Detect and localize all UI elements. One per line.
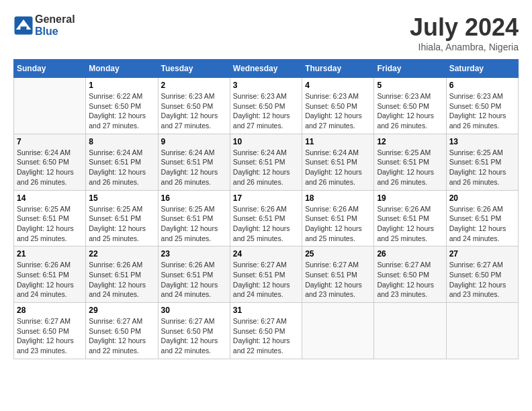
calendar-cell: 15Sunrise: 6:25 AM Sunset: 6:51 PM Dayli… <box>86 190 158 246</box>
calendar-cell: 27Sunrise: 6:27 AM Sunset: 6:50 PM Dayli… <box>446 246 518 303</box>
calendar-cell: 2Sunrise: 6:23 AM Sunset: 6:50 PM Daylig… <box>158 78 230 134</box>
day-number: 10 <box>233 137 299 146</box>
day-number: 8 <box>89 137 154 146</box>
column-header-saturday: Saturday <box>446 60 518 78</box>
day-number: 19 <box>377 193 443 203</box>
calendar-cell <box>374 303 446 359</box>
calendar-cell: 23Sunrise: 6:26 AM Sunset: 6:51 PM Dayli… <box>158 246 230 303</box>
day-info: Sunrise: 6:26 AM Sunset: 6:51 PM Dayligh… <box>161 260 227 300</box>
day-info: Sunrise: 6:27 AM Sunset: 6:50 PM Dayligh… <box>161 316 227 356</box>
day-info: Sunrise: 6:26 AM Sunset: 6:51 PM Dayligh… <box>377 204 443 244</box>
calendar-cell: 28Sunrise: 6:27 AM Sunset: 6:50 PM Dayli… <box>14 303 86 359</box>
day-info: Sunrise: 6:25 AM Sunset: 6:51 PM Dayligh… <box>161 204 227 244</box>
calendar-cell: 29Sunrise: 6:27 AM Sunset: 6:50 PM Dayli… <box>86 303 158 359</box>
day-number: 11 <box>305 137 371 146</box>
day-info: Sunrise: 6:23 AM Sunset: 6:50 PM Dayligh… <box>377 91 443 131</box>
calendar-cell: 7Sunrise: 6:24 AM Sunset: 6:50 PM Daylig… <box>14 134 86 190</box>
calendar-cell: 3Sunrise: 6:23 AM Sunset: 6:50 PM Daylig… <box>230 78 302 134</box>
day-info: Sunrise: 6:24 AM Sunset: 6:50 PM Dayligh… <box>17 148 83 187</box>
calendar-cell: 14Sunrise: 6:25 AM Sunset: 6:51 PM Dayli… <box>14 190 86 246</box>
title-block: July 2024 Ihiala, Anambra, Nigeria <box>410 13 519 52</box>
day-number: 20 <box>449 193 515 203</box>
calendar-week-row: 21Sunrise: 6:26 AM Sunset: 6:51 PM Dayli… <box>14 246 519 303</box>
column-header-thursday: Thursday <box>302 60 374 78</box>
day-info: Sunrise: 6:27 AM Sunset: 6:50 PM Dayligh… <box>233 316 299 356</box>
day-number: 27 <box>449 249 515 259</box>
day-number: 26 <box>377 249 443 259</box>
main-title: July 2024 <box>410 13 519 42</box>
day-info: Sunrise: 6:24 AM Sunset: 6:51 PM Dayligh… <box>305 148 371 187</box>
day-number: 5 <box>377 81 443 90</box>
day-info: Sunrise: 6:24 AM Sunset: 6:51 PM Dayligh… <box>161 148 227 187</box>
calendar-cell: 17Sunrise: 6:26 AM Sunset: 6:51 PM Dayli… <box>230 190 302 246</box>
calendar-cell: 26Sunrise: 6:27 AM Sunset: 6:50 PM Dayli… <box>374 246 446 303</box>
day-number: 23 <box>161 249 227 259</box>
calendar-cell: 10Sunrise: 6:24 AM Sunset: 6:51 PM Dayli… <box>230 134 302 190</box>
calendar-cell <box>302 303 374 359</box>
day-number: 6 <box>449 81 515 90</box>
day-number: 16 <box>161 193 227 203</box>
day-number: 15 <box>89 193 154 203</box>
day-number: 22 <box>89 249 154 259</box>
day-info: Sunrise: 6:25 AM Sunset: 6:51 PM Dayligh… <box>89 204 154 244</box>
day-info: Sunrise: 6:23 AM Sunset: 6:50 PM Dayligh… <box>233 91 299 131</box>
day-number: 18 <box>305 193 371 203</box>
day-number: 1 <box>89 81 154 90</box>
day-info: Sunrise: 6:26 AM Sunset: 6:51 PM Dayligh… <box>89 260 154 300</box>
svg-rect-2 <box>21 26 27 30</box>
day-info: Sunrise: 6:27 AM Sunset: 6:51 PM Dayligh… <box>305 260 371 300</box>
calendar-cell: 1Sunrise: 6:22 AM Sunset: 6:50 PM Daylig… <box>86 78 158 134</box>
column-header-sunday: Sunday <box>14 60 86 78</box>
day-info: Sunrise: 6:25 AM Sunset: 6:51 PM Dayligh… <box>17 204 83 244</box>
logo: General Blue <box>13 13 75 37</box>
calendar-cell: 25Sunrise: 6:27 AM Sunset: 6:51 PM Dayli… <box>302 246 374 303</box>
calendar-header-row: SundayMondayTuesdayWednesdayThursdayFrid… <box>14 60 519 78</box>
calendar-cell: 18Sunrise: 6:26 AM Sunset: 6:51 PM Dayli… <box>302 190 374 246</box>
day-info: Sunrise: 6:27 AM Sunset: 6:50 PM Dayligh… <box>449 260 515 300</box>
day-info: Sunrise: 6:26 AM Sunset: 6:51 PM Dayligh… <box>449 204 515 244</box>
day-info: Sunrise: 6:25 AM Sunset: 6:51 PM Dayligh… <box>449 148 515 187</box>
logo-blue-text: Blue <box>35 26 58 37</box>
calendar-week-row: 1Sunrise: 6:22 AM Sunset: 6:50 PM Daylig… <box>14 78 519 134</box>
calendar-cell: 30Sunrise: 6:27 AM Sunset: 6:50 PM Dayli… <box>158 303 230 359</box>
day-number: 31 <box>233 306 299 315</box>
calendar-cell: 24Sunrise: 6:27 AM Sunset: 6:51 PM Dayli… <box>230 246 302 303</box>
logo-icon <box>13 15 34 36</box>
day-number: 9 <box>161 137 227 146</box>
calendar-cell: 19Sunrise: 6:26 AM Sunset: 6:51 PM Dayli… <box>374 190 446 246</box>
calendar-cell: 20Sunrise: 6:26 AM Sunset: 6:51 PM Dayli… <box>446 190 518 246</box>
day-info: Sunrise: 6:27 AM Sunset: 6:50 PM Dayligh… <box>89 316 154 356</box>
day-number: 13 <box>449 137 515 146</box>
day-number: 28 <box>17 306 83 315</box>
day-number: 14 <box>17 193 83 203</box>
calendar-cell: 5Sunrise: 6:23 AM Sunset: 6:50 PM Daylig… <box>374 78 446 134</box>
calendar-cell: 9Sunrise: 6:24 AM Sunset: 6:51 PM Daylig… <box>158 134 230 190</box>
day-number: 4 <box>305 81 371 90</box>
day-info: Sunrise: 6:26 AM Sunset: 6:51 PM Dayligh… <box>233 204 299 244</box>
day-info: Sunrise: 6:26 AM Sunset: 6:51 PM Dayligh… <box>305 204 371 244</box>
calendar-cell: 21Sunrise: 6:26 AM Sunset: 6:51 PM Dayli… <box>14 246 86 303</box>
day-info: Sunrise: 6:23 AM Sunset: 6:50 PM Dayligh… <box>161 91 227 131</box>
calendar-table: SundayMondayTuesdayWednesdayThursdayFrid… <box>13 59 519 359</box>
day-number: 3 <box>233 81 299 90</box>
calendar-cell: 31Sunrise: 6:27 AM Sunset: 6:50 PM Dayli… <box>230 303 302 359</box>
day-number: 17 <box>233 193 299 203</box>
logo-general-text: General <box>35 13 75 25</box>
day-number: 24 <box>233 249 299 259</box>
calendar-week-row: 7Sunrise: 6:24 AM Sunset: 6:50 PM Daylig… <box>14 134 519 190</box>
calendar-week-row: 28Sunrise: 6:27 AM Sunset: 6:50 PM Dayli… <box>14 303 519 359</box>
column-header-wednesday: Wednesday <box>230 60 302 78</box>
day-number: 7 <box>17 137 83 146</box>
column-header-friday: Friday <box>374 60 446 78</box>
calendar-cell: 12Sunrise: 6:25 AM Sunset: 6:51 PM Dayli… <box>374 134 446 190</box>
day-number: 2 <box>161 81 227 90</box>
calendar-cell: 16Sunrise: 6:25 AM Sunset: 6:51 PM Dayli… <box>158 190 230 246</box>
day-info: Sunrise: 6:27 AM Sunset: 6:50 PM Dayligh… <box>377 260 443 300</box>
day-info: Sunrise: 6:24 AM Sunset: 6:51 PM Dayligh… <box>89 148 154 187</box>
calendar-cell <box>14 78 86 134</box>
calendar-cell: 11Sunrise: 6:24 AM Sunset: 6:51 PM Dayli… <box>302 134 374 190</box>
day-info: Sunrise: 6:27 AM Sunset: 6:51 PM Dayligh… <box>233 260 299 300</box>
day-info: Sunrise: 6:27 AM Sunset: 6:50 PM Dayligh… <box>17 316 83 356</box>
day-number: 12 <box>377 137 443 146</box>
day-info: Sunrise: 6:26 AM Sunset: 6:51 PM Dayligh… <box>17 260 83 300</box>
